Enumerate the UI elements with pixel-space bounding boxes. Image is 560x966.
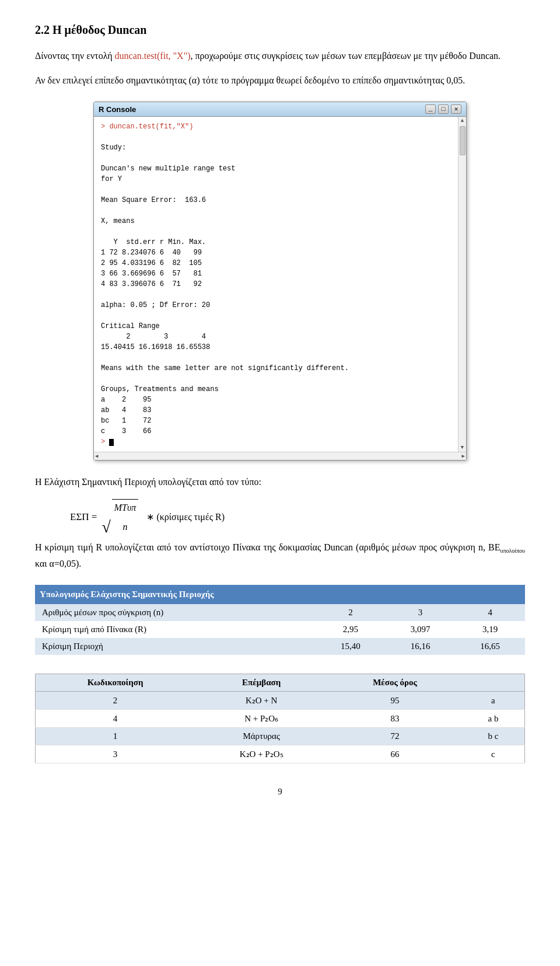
console-line-crit-cols: 2 3 4 xyxy=(101,332,446,342)
table2-cell-mean: 66 xyxy=(328,745,462,763)
table2-cell-treatment: N + P₂O₆ xyxy=(195,710,328,728)
table2-cell-sig: c xyxy=(462,745,525,763)
console-line-g3: bc 1 72 xyxy=(101,416,446,426)
p1-link: duncan.test(fit, "X") xyxy=(115,51,191,61)
scroll-down-arrow[interactable]: ▼ xyxy=(461,445,464,451)
table1-header: Υπολογισμός Ελάχιστης Σημαντικής Περιοχή… xyxy=(35,585,525,604)
table1-cell-col2: 15,40 xyxy=(316,638,386,655)
table1-cell-col4: 3,19 xyxy=(455,621,525,638)
table1-cell-label: Κρίσιμη τιμή από Πίνακα (R) xyxy=(35,621,316,638)
scroll-thumb[interactable] xyxy=(460,126,466,155)
r-console-buttons: _ □ ✕ xyxy=(425,104,461,114)
console-line-header: Y std.err r Min. Max. xyxy=(101,237,446,247)
maximize-button[interactable]: □ xyxy=(438,104,449,114)
table2-cell-code: 4 xyxy=(36,710,195,728)
r-console: R Console _ □ ✕ > duncan.test(fit,"X") S… xyxy=(93,102,467,461)
console-line-g1: a 2 95 xyxy=(101,395,446,405)
sqrt-wrapper: √ ΜΤυπ n xyxy=(102,499,138,536)
table2-cell-sig: b c xyxy=(462,728,525,745)
console-line-test1: Duncan's new multiple range test xyxy=(101,163,446,174)
table1-cell-label: Αριθμός μέσων προς σύγκριση (n) xyxy=(35,604,316,621)
table2: Κωδικοποίηση Επέμβαση Μέσος όρος 2 K₂O +… xyxy=(35,674,525,763)
r-console-content: > duncan.test(fit,"X") Study: Duncan's n… xyxy=(94,117,466,452)
console-line-g2: ab 4 83 xyxy=(101,405,446,416)
console-line-blank7 xyxy=(101,311,446,321)
table2-header-mean: Μέσος όρος xyxy=(328,674,462,692)
console-line-blank5 xyxy=(101,226,446,237)
paragraph-2: Αν δεν επιλεγεί επίπεδο σημαντικότητας (… xyxy=(35,73,525,88)
console-line-groups-hdr: Groups, Treatments and means xyxy=(101,384,446,395)
table1-row: Κρίσιμη Περιοχή 15,40 16,16 16,65 xyxy=(35,638,525,655)
console-line-row1: 1 72 8.234076 6 40 99 xyxy=(101,247,446,258)
console-line-1: > duncan.test(fit,"X") xyxy=(101,121,446,132)
table2-row: 2 K₂O + N 95 a xyxy=(36,692,525,710)
console-line-blank9 xyxy=(101,374,446,384)
p3-before: Η Ελάχιστη Σημαντική Περιοχή υπολογίζετα… xyxy=(35,475,525,490)
table2-cell-code: 3 xyxy=(36,745,195,763)
console-line-row2: 2 95 4.033196 6 82 105 xyxy=(101,258,446,268)
table2-row: 1 Μάρτυρας 72 b c xyxy=(36,728,525,745)
table2-container: Κωδικοποίηση Επέμβαση Μέσος όρος 2 K₂O +… xyxy=(35,674,525,763)
table2-cell-sig: a xyxy=(462,692,525,710)
fraction: ΜΤυπ n xyxy=(112,499,139,536)
console-line-row4: 4 83 3.396076 6 71 92 xyxy=(101,279,446,290)
scrollbar[interactable]: ▲ ▼ xyxy=(458,117,466,452)
p3-after: Η κρίσιμη τιμή R υπολογίζεται από τον αν… xyxy=(35,540,525,571)
table2-cell-mean: 72 xyxy=(328,728,462,745)
minimize-button[interactable]: _ xyxy=(425,104,436,114)
console-line-test2: for Y xyxy=(101,174,446,184)
table1-cell-col3: 16,16 xyxy=(386,638,456,655)
table1: Υπολογισμός Ελάχιστης Σημαντικής Περιοχή… xyxy=(35,585,525,655)
page-number: 9 xyxy=(35,787,525,797)
table2-cell-code: 1 xyxy=(36,728,195,745)
console-line-means-note: Means with the same letter are not signi… xyxy=(101,363,446,374)
r-console-title: R Console xyxy=(99,105,136,114)
sqrt-symbol: √ xyxy=(102,519,110,535)
console-line-study: Study: xyxy=(101,142,446,153)
table1-cell-label: Κρίσιμη Περιοχή xyxy=(35,638,316,655)
section-title: 2.2 Η μέθοδος Duncan xyxy=(35,23,525,37)
table2-header-sig xyxy=(462,674,525,692)
console-line-xmeans: X, means xyxy=(101,216,446,226)
formula-line: ΕΣΠ = √ ΜΤυπ n ∗ (κρίσιμες τιμές R) xyxy=(35,499,525,536)
table2-cell-mean: 95 xyxy=(328,692,462,710)
console-line-blank2 xyxy=(101,153,446,163)
p1-before: Δίνοντας την εντολή xyxy=(35,51,115,61)
table2-cell-treatment: K₂O + N xyxy=(195,692,328,710)
close-button[interactable]: ✕ xyxy=(451,104,461,114)
console-line-crit-hdr: Critical Range xyxy=(101,321,446,332)
p1-after: , προχωρούμε στις συγκρίσεις των μέσων τ… xyxy=(191,51,501,61)
console-line-alpha: alpha: 0.05 ; Df Error: 20 xyxy=(101,300,446,311)
scroll-right-arrow[interactable]: ▶ xyxy=(462,453,465,459)
table2-cell-treatment: Μάρτυρας xyxy=(195,728,328,745)
scroll-left-arrow[interactable]: ◀ xyxy=(95,453,98,459)
table1-container: Υπολογισμός Ελάχιστης Σημαντικής Περιοχή… xyxy=(35,585,525,655)
console-line-blank4 xyxy=(101,205,446,216)
fraction-numerator: ΜΤυπ xyxy=(114,500,136,518)
p3-end: και α=0,05). xyxy=(35,559,81,569)
table1-cell-col4: 16,65 xyxy=(455,638,525,655)
table1-cell-col2: 2 xyxy=(316,604,386,621)
formula-after: ∗ (κρίσιμες τιμές R) xyxy=(146,509,225,526)
console-line-crit-vals: 15.40415 16.16918 16.65538 xyxy=(101,342,446,353)
table2-row: 4 N + P₂O₆ 83 a b xyxy=(36,710,525,728)
scroll-up-arrow[interactable]: ▲ xyxy=(461,118,464,124)
console-line-blank6 xyxy=(101,290,446,300)
formula-label: ΕΣΠ = xyxy=(70,508,97,526)
p3-after-text: Η κρίσιμη τιμή R υπολογίζεται από τον αν… xyxy=(35,542,500,552)
table2-cell-mean: 83 xyxy=(328,710,462,728)
console-line-row3: 3 66 3.669696 6 57 81 xyxy=(101,268,446,279)
console-line-blank3 xyxy=(101,184,446,195)
table1-cell-col2: 2,95 xyxy=(316,621,386,638)
horizontal-scrollbar[interactable]: ◀ ▶ xyxy=(94,452,466,460)
table2-header-treatment: Επέμβαση xyxy=(195,674,328,692)
console-line-blank8 xyxy=(101,353,446,363)
table2-row: 3 K₂O + P₂O₅ 66 c xyxy=(36,745,525,763)
formula-section: Η Ελάχιστη Σημαντική Περιοχή υπολογίζετα… xyxy=(35,475,525,571)
table1-row: Αριθμός μέσων προς σύγκριση (n) 2 3 4 xyxy=(35,604,525,621)
table1-cell-col3: 3 xyxy=(386,604,456,621)
fraction-denominator: n xyxy=(123,518,128,536)
table2-header-code: Κωδικοποίηση xyxy=(36,674,195,692)
r-console-body: > duncan.test(fit,"X") Study: Duncan's n… xyxy=(94,117,458,452)
table2-cell-sig: a b xyxy=(462,710,525,728)
